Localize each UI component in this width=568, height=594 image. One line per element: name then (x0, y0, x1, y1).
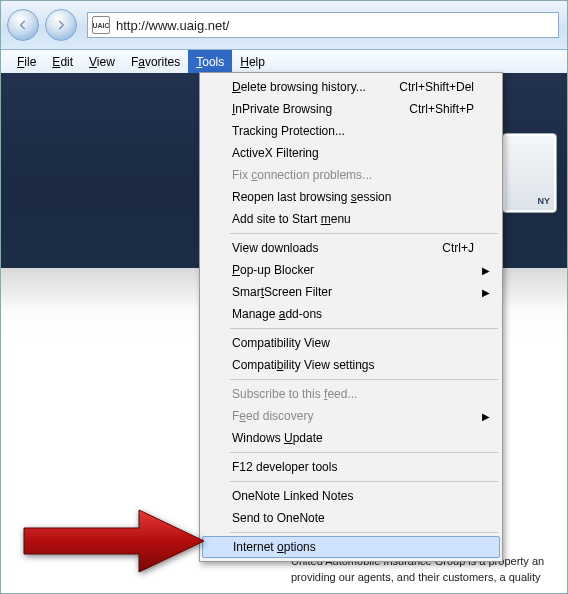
menu-subscribe-feed: Subscribe to this feed... (202, 383, 500, 405)
menu-delete-browsing-history[interactable]: Delete browsing history...Ctrl+Shift+Del (202, 76, 500, 98)
state-badge: NY (502, 133, 557, 213)
url-text: http://www.uaig.net/ (116, 18, 554, 33)
menu-view-downloads[interactable]: View downloadsCtrl+J (202, 237, 500, 259)
menu-separator (230, 481, 498, 482)
menu-feed-discovery: Feed discovery▶ (202, 405, 500, 427)
menu-separator (230, 532, 498, 533)
menu-manage-addons[interactable]: Manage add-ons (202, 303, 500, 325)
menu-separator (230, 233, 498, 234)
menu-separator (230, 452, 498, 453)
forward-button[interactable] (45, 9, 77, 41)
address-bar[interactable]: UAIC http://www.uaig.net/ (87, 12, 559, 38)
tools-dropdown-menu: Delete browsing history...Ctrl+Shift+Del… (199, 72, 503, 562)
submenu-arrow-icon: ▶ (482, 265, 490, 276)
menu-smartscreen-filter[interactable]: SmartScreen Filter▶ (202, 281, 500, 303)
menu-favorites[interactable]: Favorites (123, 50, 188, 73)
arrow-right-icon (54, 18, 68, 32)
arrow-left-icon (16, 18, 30, 32)
back-button[interactable] (7, 9, 39, 41)
menu-fix-connection: Fix connection problems... (202, 164, 500, 186)
menu-activex-filtering[interactable]: ActiveX Filtering (202, 142, 500, 164)
menu-help[interactable]: Help (232, 50, 273, 73)
submenu-arrow-icon: ▶ (482, 287, 490, 298)
menu-view[interactable]: View (81, 50, 123, 73)
menu-add-to-start[interactable]: Add site to Start menu (202, 208, 500, 230)
site-favicon-icon: UAIC (92, 16, 110, 34)
menu-send-onenote[interactable]: Send to OneNote (202, 507, 500, 529)
menu-file[interactable]: File (9, 50, 44, 73)
menu-inprivate-browsing[interactable]: InPrivate BrowsingCtrl+Shift+P (202, 98, 500, 120)
menu-tools[interactable]: Tools (188, 50, 232, 73)
menu-internet-options[interactable]: Internet options (202, 536, 500, 558)
menu-popup-blocker[interactable]: Pop-up Blocker▶ (202, 259, 500, 281)
title-navigation-bar: UAIC http://www.uaig.net/ (1, 1, 567, 50)
menu-reopen-session[interactable]: Reopen last browsing session (202, 186, 500, 208)
submenu-arrow-icon: ▶ (482, 411, 490, 422)
menu-tracking-protection[interactable]: Tracking Protection... (202, 120, 500, 142)
menu-f12-devtools[interactable]: F12 developer tools (202, 456, 500, 478)
menu-bar: File Edit View Favorites Tools Help (1, 50, 567, 74)
menu-onenote-linked[interactable]: OneNote Linked Notes (202, 485, 500, 507)
menu-compatibility-settings[interactable]: Compatibility View settings (202, 354, 500, 376)
menu-windows-update[interactable]: Windows Update (202, 427, 500, 449)
menu-compatibility-view[interactable]: Compatibility View (202, 332, 500, 354)
menu-separator (230, 379, 498, 380)
menu-separator (230, 328, 498, 329)
menu-edit[interactable]: Edit (44, 50, 81, 73)
